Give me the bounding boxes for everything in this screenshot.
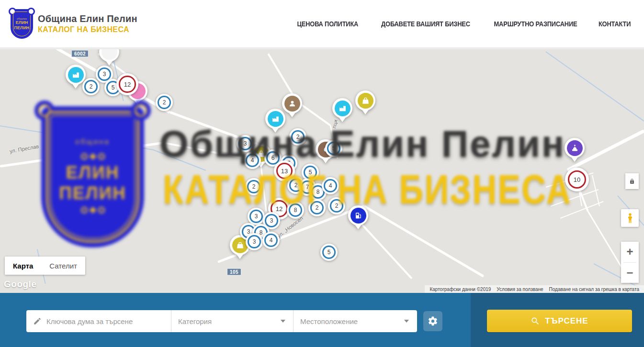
nav-item-0[interactable]: ЦЕНОВА ПОЛИТИКА xyxy=(297,20,359,28)
location-dropdown[interactable]: Местоположение xyxy=(293,310,417,332)
cluster-marker[interactable]: 5 xyxy=(320,244,338,261)
cluster-marker[interactable]: 2 xyxy=(308,199,326,216)
pin-tail xyxy=(322,158,329,163)
municipality-crest-logo: община ЕЛИН ПЕЛИН xyxy=(11,9,33,39)
map-attribution: Картографски данни ©2019Условия за ползв… xyxy=(425,285,644,293)
factory-pin-marker[interactable] xyxy=(332,98,353,122)
pin-tail xyxy=(236,254,244,259)
logo-link[interactable]: община ЕЛИН ПЕЛИН Община Елин Пелин КАТА… xyxy=(11,9,137,39)
category-dropdown[interactable]: Категория xyxy=(171,310,293,332)
pin-head xyxy=(265,109,285,129)
factory-icon xyxy=(268,111,283,127)
street-view-pegman[interactable] xyxy=(621,209,639,227)
factory-pin-marker[interactable] xyxy=(265,109,286,133)
pencil-icon xyxy=(33,317,42,325)
cluster-count: 3 xyxy=(238,137,252,150)
cluster-marker[interactable]: 3 xyxy=(246,233,263,250)
search-bar: Категория Местоположение ТЪРСЕНЕ xyxy=(0,293,644,347)
pin-tail xyxy=(271,127,279,133)
attribution-text: Картографски данни ©2019 xyxy=(427,287,494,292)
search-icon xyxy=(531,316,540,326)
cluster-marker[interactable]: 3 xyxy=(248,208,265,225)
keyword-input[interactable] xyxy=(46,317,164,325)
search-button-label: ТЪРСЕНЕ xyxy=(545,316,588,326)
cluster-count: 4 xyxy=(246,154,259,167)
pin-tail xyxy=(72,83,79,89)
zoom-out-button[interactable]: − xyxy=(621,263,639,283)
dot-pin-marker[interactable] xyxy=(99,49,120,66)
dot-icon xyxy=(102,49,117,60)
cluster-marker[interactable]: 8 xyxy=(287,201,304,219)
nav-item-3[interactable]: КОНТАКТИ xyxy=(599,20,631,28)
page: община ЕЛИН ПЕЛИН Община Елин Пелин КАТА… xyxy=(0,0,644,347)
pegman-icon xyxy=(624,213,636,224)
map-type-control: КартаСателит xyxy=(5,257,85,275)
cluster-count: 3 xyxy=(98,67,111,81)
map-markers-layer: 3251223254675132278412822333834510 xyxy=(0,49,644,293)
zoom-in-button[interactable]: + xyxy=(621,242,639,262)
pin-head xyxy=(565,138,585,158)
cluster-count: 5 xyxy=(327,142,340,155)
brand-block: Община Елин Пелин КАТАЛОГ НА БИЗНЕСА xyxy=(38,13,137,34)
cluster-marker[interactable]: 2 xyxy=(328,197,345,214)
location-dropdown-label: Местоположение xyxy=(300,317,358,325)
nav-item-1[interactable]: ДОБАВЕТЕ ВАШИЯТ БИЗНЕС xyxy=(381,20,470,28)
nav-item-2[interactable]: МАРШРУТНО РАЗПИСАНИЕ xyxy=(494,20,577,28)
cluster-marker[interactable]: 2 xyxy=(156,94,173,111)
crest-border xyxy=(13,11,31,36)
fuel-pin-marker[interactable] xyxy=(348,205,369,229)
keyword-field[interactable] xyxy=(26,310,171,332)
cluster-marker[interactable]: 5 xyxy=(325,140,342,157)
attribution-link-2[interactable]: Подаване на сигнал за грешка в картата xyxy=(546,287,642,292)
cluster-count: 12 xyxy=(119,76,136,92)
cluster-marker[interactable]: 4 xyxy=(244,152,261,169)
bag-icon xyxy=(358,93,373,109)
pin-head xyxy=(332,98,352,118)
lock-icon xyxy=(629,178,635,185)
cluster-marker[interactable]: 10 xyxy=(565,168,589,191)
cluster-marker[interactable]: 12 xyxy=(116,73,138,95)
pin-head xyxy=(348,205,368,225)
cluster-count: 2 xyxy=(158,96,171,109)
cluster-count: 3 xyxy=(249,210,263,223)
pin-tail xyxy=(288,112,296,117)
lock-control[interactable] xyxy=(625,173,639,189)
chevron-down-icon xyxy=(404,320,409,323)
chevron-down-icon xyxy=(281,320,285,323)
cluster-marker[interactable]: 4 xyxy=(262,232,280,249)
pin-tail xyxy=(354,224,362,229)
cluster-count: 2 xyxy=(310,201,324,214)
fuel-icon xyxy=(350,208,366,224)
category-dropdown-label: Категория xyxy=(178,317,212,325)
zoom-control: + − xyxy=(621,242,639,283)
cluster-marker[interactable]: 3 xyxy=(237,135,254,152)
advanced-search-button[interactable] xyxy=(423,311,442,331)
cluster-count: 2 xyxy=(247,180,260,193)
factory-icon xyxy=(335,101,350,116)
cluster-count: 4 xyxy=(324,179,337,192)
church-pin-marker[interactable] xyxy=(564,138,585,162)
cluster-marker[interactable]: 2 xyxy=(245,178,262,195)
search-fields: Категория Местоположение xyxy=(26,310,417,332)
cluster-count: 2 xyxy=(84,80,98,93)
pin-tail xyxy=(134,100,141,105)
map-type-satellite-button[interactable]: Сателит xyxy=(41,257,85,275)
map-type-map-button[interactable]: Карта xyxy=(5,257,41,275)
search-submit-button[interactable]: ТЪРСЕНЕ xyxy=(487,310,632,332)
cluster-marker[interactable]: 5 xyxy=(302,164,319,181)
cluster-count: 5 xyxy=(304,166,317,179)
attribution-link-1[interactable]: Условия за ползване xyxy=(494,287,546,292)
google-logo[interactable]: Google xyxy=(4,279,36,290)
cluster-marker[interactable]: 4 xyxy=(322,177,339,194)
factory-icon xyxy=(68,67,84,83)
cluster-count: 13 xyxy=(276,163,293,179)
cluster-marker[interactable]: 2 xyxy=(289,128,306,146)
main-nav: ЦЕНОВА ПОЛИТИКАДОБАВЕТЕ ВАШИЯТ БИЗНЕСМАР… xyxy=(294,20,632,28)
pin-tail xyxy=(339,117,346,122)
cluster-count: 10 xyxy=(568,170,587,189)
cluster-count: 5 xyxy=(322,246,336,259)
cluster-marker[interactable]: 2 xyxy=(82,78,100,95)
pin-head xyxy=(355,90,375,111)
map-canvas[interactable]: 6002105ул. Преславбул. „Новоселпци 32512… xyxy=(0,49,644,293)
bag-pin-marker[interactable] xyxy=(355,90,376,114)
